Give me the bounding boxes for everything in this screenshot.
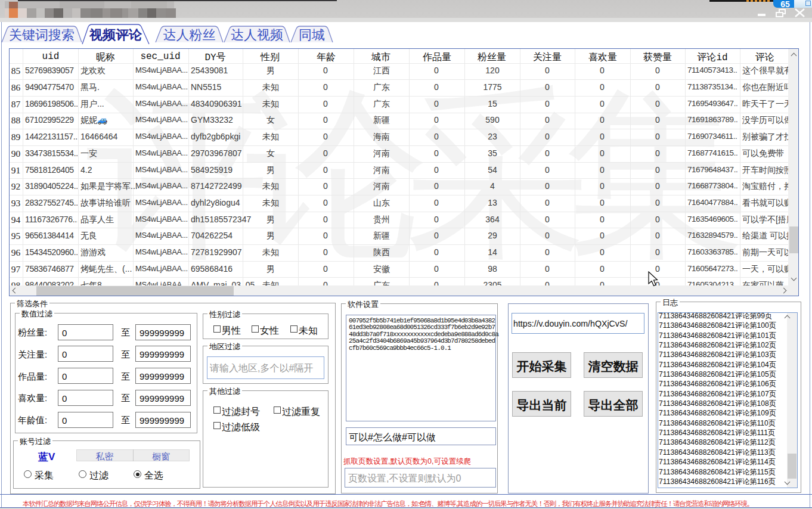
svg-text:关键词搜索: 关键词搜索 <box>9 27 75 42</box>
svg-text:同城: 同城 <box>299 27 325 42</box>
svg-text:达人粉丝: 达人粉丝 <box>163 27 216 42</box>
svg-text:视频评论: 视频评论 <box>89 27 142 42</box>
svg-text:达人视频: 达人视频 <box>231 27 283 42</box>
